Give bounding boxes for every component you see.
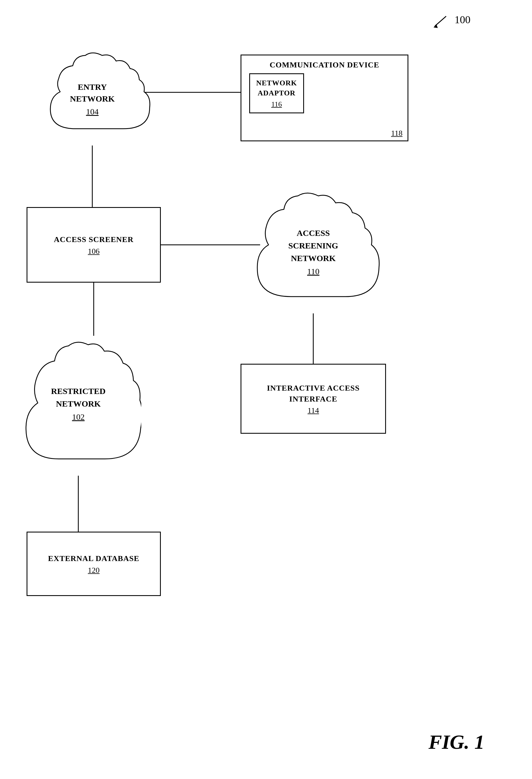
communication-device-number: 118 (391, 129, 402, 138)
access-screener-label: ACCESS SCREENER (54, 234, 134, 245)
entry-network-cloud: ENTRY NETWORK 104 (34, 50, 151, 145)
restricted-network-cloud: RESTRICTED NETWORK 102 (15, 336, 141, 476)
network-adaptor-label: NETWORK ADAPTOR (256, 78, 297, 99)
access-screener-number: 106 (88, 247, 99, 256)
interactive-access-interface-box: INTERACTIVE ACCESS INTERFACE 114 (241, 364, 386, 434)
communication-device-box: COMMUNICATION DEVICE NETWORK ADAPTOR 116… (241, 55, 408, 141)
figure-label: FIG. 1 (428, 731, 484, 754)
external-database-label: EXTERNAL DATABASE (48, 553, 139, 564)
network-adaptor-number: 116 (256, 100, 297, 109)
external-database-box: EXTERNAL DATABASE 120 (26, 532, 161, 596)
svg-line-0 (435, 16, 446, 26)
external-database-number: 120 (88, 566, 99, 575)
access-screening-network-label: ACCESS SCREENING NETWORK (241, 227, 386, 264)
figure-number: 100 (455, 13, 470, 26)
restricted-network-number: 102 (15, 412, 141, 422)
access-screening-network-number: 110 (241, 267, 386, 276)
interactive-access-interface-label: INTERACTIVE ACCESS INTERFACE (267, 382, 360, 404)
access-screener-box: ACCESS SCREENER 106 (26, 207, 161, 283)
communication-device-label: COMMUNICATION DEVICE (270, 60, 379, 69)
access-screening-network-cloud: ACCESS SCREENING NETWORK 110 (241, 190, 386, 313)
restricted-network-label: RESTRICTED NETWORK (15, 385, 141, 410)
entry-network-label: ENTRY NETWORK (34, 81, 151, 105)
interactive-access-interface-number: 114 (308, 406, 319, 415)
diagram: 100 ENTRY NETWORK 104 COMMUNICATION DEVI… (0, 0, 532, 779)
entry-network-number: 104 (34, 107, 151, 116)
arrow-icon (429, 13, 452, 30)
